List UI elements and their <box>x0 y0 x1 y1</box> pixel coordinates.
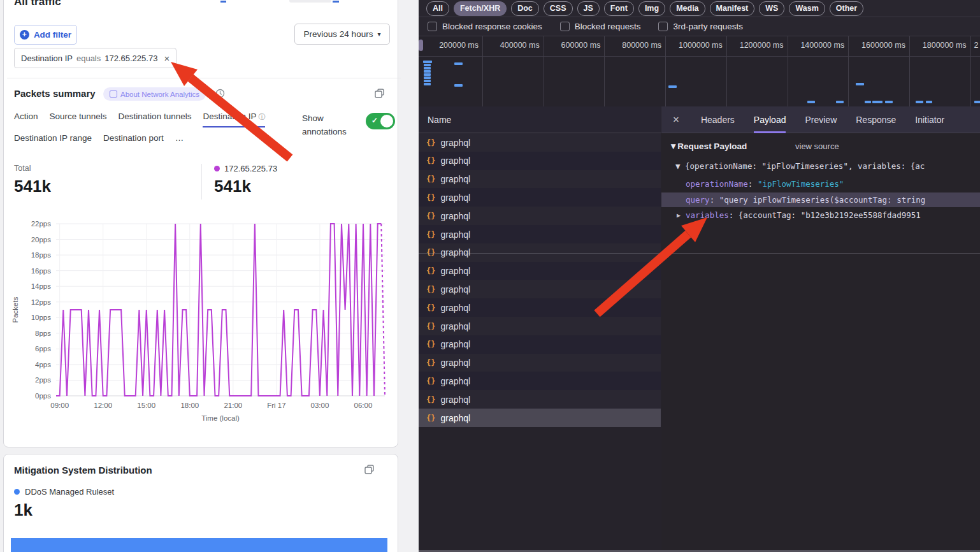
detail-tab-preview[interactable]: Preview <box>805 106 837 133</box>
clock-icon[interactable] <box>215 89 225 98</box>
svg-text:8pps: 8pps <box>35 330 51 337</box>
filter-pill-all[interactable]: All <box>426 1 449 16</box>
dimension-tabs-row2: Destination IP rangeDestination port… <box>14 133 184 147</box>
json-braces-icon: {} <box>426 395 435 404</box>
cutoff-icon-fragment <box>333 1 339 3</box>
request-name: graphql <box>440 192 470 203</box>
plus-icon: + <box>20 30 29 40</box>
checkbox-blocked-requests[interactable]: Blocked requests <box>560 22 641 31</box>
checkbox-box[interactable] <box>560 22 570 31</box>
checkbox-3rd-party-requests[interactable]: 3rd-party requests <box>658 22 743 31</box>
tab-destination-port[interactable]: Destination port <box>103 133 164 147</box>
json-braces-icon: {} <box>426 377 435 386</box>
payload-row-content: operationName: "ipFlowTimeseries" <box>686 177 844 191</box>
filter-pill-font[interactable]: Font <box>604 1 634 16</box>
more-tabs-button[interactable]: … <box>175 133 184 147</box>
about-network-analytics-badge[interactable]: About Network Analytics <box>103 87 206 101</box>
request-row[interactable]: {}graphql <box>419 409 661 427</box>
tab-action[interactable]: Action <box>14 112 38 126</box>
show-annotations-toggle[interactable]: ✓ <box>366 113 395 129</box>
view-source-link[interactable]: view source <box>795 142 839 151</box>
request-detail-panel: × HeadersPayloadPreviewResponseInitiator… <box>661 106 980 552</box>
request-list: Name {}graphql{}graphql{}graphql{}graphq… <box>419 106 662 552</box>
json-braces-icon: {} <box>426 340 435 349</box>
svg-text:20pps: 20pps <box>31 236 52 243</box>
series-value: 541k <box>214 177 251 196</box>
payload-preview-line[interactable]: ▼ {operationName: "ipFlowTimeseries", va… <box>675 161 980 171</box>
analytics-pane: All traffic + Add filter Previous 24 hou… <box>0 0 419 552</box>
filter-pill-doc[interactable]: Doc <box>511 1 539 16</box>
detail-tab-response[interactable]: Response <box>856 106 896 133</box>
filter-pill-fetch-xhr[interactable]: Fetch/XHR <box>454 1 507 16</box>
detail-tab-payload[interactable]: Payload <box>754 106 786 133</box>
request-name: graphql <box>440 156 470 166</box>
request-row[interactable]: {}graphql <box>419 170 661 189</box>
name-column-header[interactable]: Name <box>419 106 661 133</box>
request-timing-mark <box>423 61 432 63</box>
request-payload-section-title[interactable]: ▼Request Payload <box>669 142 747 151</box>
filter-pill-css[interactable]: CSS <box>544 1 573 16</box>
filter-pill-img[interactable]: Img <box>638 1 665 16</box>
filter-pill-js[interactable]: JS <box>577 1 600 16</box>
request-type-filter-bar: AllFetch/XHRDocCSSJSFontImgMediaManifest… <box>419 0 980 17</box>
request-row[interactable]: {}graphql <box>419 262 661 280</box>
time-range-dropdown[interactable]: Previous 24 hours ▾ <box>294 24 390 45</box>
close-icon[interactable]: × <box>164 53 169 64</box>
add-filter-button[interactable]: + Add filter <box>14 25 77 45</box>
expand-icon[interactable] <box>364 465 373 474</box>
tab-destination-tunnels[interactable]: Destination tunnels <box>119 112 192 126</box>
mitigation-legend-label: DDoS Managed Ruleset <box>25 487 114 497</box>
expand-icon[interactable] <box>375 89 384 98</box>
filter-pill-media[interactable]: Media <box>670 1 705 16</box>
tab-label: Destination IP <box>203 112 256 121</box>
request-name: graphql <box>440 413 470 423</box>
request-row[interactable]: {}graphql <box>419 188 661 207</box>
request-row[interactable]: {}graphql <box>419 335 661 354</box>
request-row[interactable]: {}graphql <box>419 354 661 372</box>
request-row[interactable]: {}graphql <box>419 280 661 298</box>
detail-tab-headers[interactable]: Headers <box>701 106 735 133</box>
filter-pill-wasm[interactable]: Wasm <box>789 1 825 16</box>
request-row[interactable]: {}graphql <box>419 372 661 390</box>
detail-tab-initiator[interactable]: Initiator <box>915 106 944 133</box>
payload-row-variables[interactable]: ▶variables: {accountTag: "b12e3b2192ee55… <box>661 208 980 222</box>
svg-text:Time (local): Time (local) <box>201 414 240 422</box>
close-icon[interactable]: × <box>673 113 679 126</box>
filter-pill-ws[interactable]: WS <box>759 1 784 16</box>
request-row[interactable]: {}graphql <box>419 207 661 225</box>
json-braces-icon: {} <box>426 156 435 165</box>
timeline-label: 1000000 ms <box>665 41 723 50</box>
request-row[interactable]: {}graphql <box>419 298 661 317</box>
timeline-gridline <box>970 36 971 106</box>
mitigation-legend: DDoS Managed Ruleset <box>14 487 114 497</box>
checkbox-blocked-response-cookies[interactable]: Blocked response cookies <box>428 22 542 31</box>
request-row[interactable]: {}graphql <box>419 390 661 409</box>
tab-destination-ip[interactable]: Destination IPⓘ <box>203 112 265 127</box>
request-row[interactable]: {}graphql <box>419 133 661 152</box>
request-timing-mark <box>424 64 431 66</box>
request-name: graphql <box>440 284 470 294</box>
svg-text:06:00: 06:00 <box>354 402 373 409</box>
network-timeline[interactable]: 200000 ms400000 ms600000 ms800000 ms1000… <box>419 36 980 107</box>
tab-destination-ip-range[interactable]: Destination IP range <box>14 133 92 147</box>
timeline-label: 1400000 ms <box>787 41 844 50</box>
devtools-pane: AllFetch/XHRDocCSSJSFontImgMediaManifest… <box>419 0 980 552</box>
request-row[interactable]: {}graphql <box>419 317 661 335</box>
json-braces-icon: {} <box>426 322 435 331</box>
chevron-down-icon: ▾ <box>377 31 380 38</box>
tab-source-tunnels[interactable]: Source tunnels <box>50 112 107 126</box>
tri-right-icon[interactable]: ▶ <box>677 208 681 222</box>
checkbox-box[interactable] <box>658 22 668 31</box>
request-name: graphql <box>440 138 470 148</box>
filter-chip[interactable]: Destination IP equals 172.65.225.73 × <box>14 48 177 68</box>
payload-key: query <box>686 195 710 205</box>
svg-text:12pps: 12pps <box>31 298 52 306</box>
filter-pill-manifest[interactable]: Manifest <box>710 1 755 16</box>
request-row[interactable]: {}graphql <box>419 152 661 170</box>
checkbox-box[interactable] <box>428 22 437 31</box>
svg-text:14pps: 14pps <box>31 282 52 290</box>
filter-pill-other[interactable]: Other <box>830 1 863 16</box>
timeline-label: 400000 ms <box>482 41 540 50</box>
svg-text:21:00: 21:00 <box>224 402 242 409</box>
request-row[interactable]: {}graphql <box>419 225 661 243</box>
